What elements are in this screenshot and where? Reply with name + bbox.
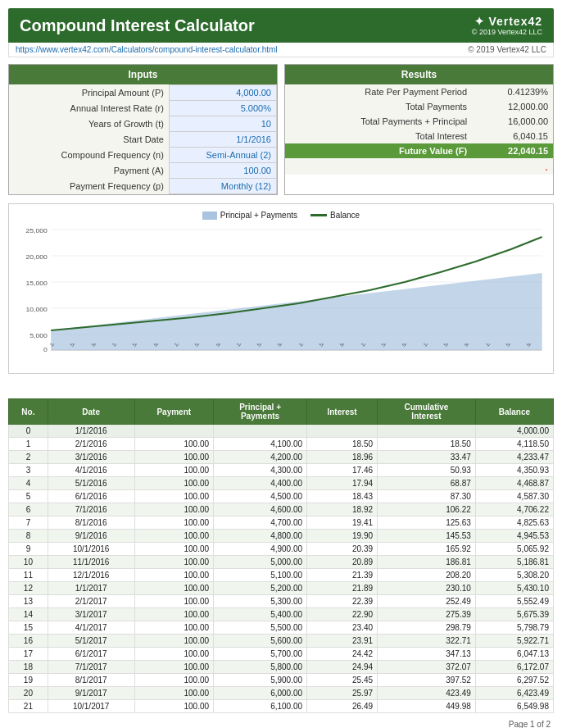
table-cell: 6 (9, 503, 48, 516)
input-value[interactable]: 5.000% (169, 101, 276, 116)
url-text[interactable]: https://www.vertex42.com/Calculators/com… (16, 45, 278, 54)
table-cell: 6,423.49 (475, 687, 553, 700)
table-cell: 1/1/2017 (48, 582, 134, 595)
table-cell: 9 (9, 543, 48, 556)
table-cell: 100.00 (134, 687, 214, 700)
table-cell: 10/1/2016 (48, 543, 134, 556)
table-cell: 208.20 (378, 569, 476, 582)
input-value[interactable]: 10 (169, 116, 276, 132)
results-panel: Results Rate Per Payment Period 0.41239%… (284, 64, 554, 195)
table-cell: 100.00 (134, 674, 214, 687)
table-cell: 4,800.00 (214, 530, 307, 543)
table-cell: 5,552.49 (475, 595, 553, 608)
table-cell: 4,587.30 (475, 490, 553, 503)
table-cell: 275.39 (378, 608, 476, 621)
table-cell: 19.41 (307, 516, 378, 530)
result-row: Total Interest 6,040.15 (285, 129, 553, 143)
table-cell: 6,549.98 (475, 700, 553, 713)
table-cell: 5,430.10 (475, 582, 553, 595)
logo-text: ✦ Vertex42 (472, 15, 542, 28)
result-value: 22,040.15 (472, 143, 553, 158)
table-cell: 100.00 (134, 700, 214, 713)
col-principal-payments: Principal +Payments (214, 399, 307, 425)
table-cell: 14 (9, 608, 48, 621)
table-cell: 100.00 (134, 582, 214, 595)
table-cell: 21 (9, 700, 48, 713)
page-number: Page 1 of 2 (509, 720, 551, 728)
table-cell: 4,300.00 (214, 464, 307, 477)
result-label: Future Value (F) (285, 143, 472, 158)
input-value[interactable]: 1/1/2016 (169, 132, 276, 148)
table-cell: 23.91 (307, 635, 378, 648)
input-label: Payment Frequency (p) (9, 179, 169, 194)
table-cell: 33.47 (378, 451, 476, 464)
table-cell: 100.00 (134, 477, 214, 490)
table-cell: 5,700.00 (214, 648, 307, 661)
table-row: 187/1/2017100.005,800.0024.94372.076,172… (9, 661, 554, 674)
table-cell: 5/1/2016 (48, 477, 134, 490)
table-cell: 4,500.00 (214, 490, 307, 503)
table-row: 132/1/2017100.005,300.0022.39252.495,552… (9, 595, 554, 608)
data-table: No. Date Payment Principal +Payments Int… (8, 398, 554, 713)
table-cell: 24.94 (307, 661, 378, 674)
input-row: Start Date 1/1/2016 (9, 132, 277, 148)
table-cell: 5/1/2017 (48, 635, 134, 648)
input-value[interactable]: 100.00 (169, 163, 276, 179)
table-cell: 4/1/2017 (48, 621, 134, 635)
table-cell: 298.79 (378, 621, 476, 635)
table-cell: 6,047.13 (475, 648, 553, 661)
table-cell: 20.89 (307, 556, 378, 569)
table-row: 121/1/2017100.005,200.0021.89230.105,430… (9, 582, 554, 595)
svg-text:20,000: 20,000 (25, 253, 48, 261)
table-row: 154/1/2017100.005,500.0023.40298.795,798… (9, 621, 554, 635)
results-dot: . (285, 158, 553, 175)
result-value: 6,040.15 (472, 129, 553, 143)
input-value[interactable]: Monthly (12) (169, 179, 276, 194)
table-cell: 6/1/2017 (48, 648, 134, 661)
input-value[interactable]: 4,000.00 (169, 85, 276, 101)
result-label: Rate Per Payment Period (285, 84, 472, 99)
page-title: Compound Interest Calculator (20, 16, 255, 35)
table-cell: 5,500.00 (214, 621, 307, 635)
table-row: 01/1/20164,000.00 (9, 425, 554, 438)
table-cell: 3/1/2016 (48, 451, 134, 464)
table-cell: 100.00 (134, 490, 214, 503)
chart-svg: 25,000 20,000 15,000 10,000 5,000 0 (16, 223, 546, 354)
table-cell: 21.89 (307, 582, 378, 595)
input-label: Principal Amount (P) (9, 85, 169, 101)
table-cell: 5,400.00 (214, 608, 307, 621)
input-value[interactable]: Semi-Annual (2) (169, 148, 276, 163)
table-cell: 100.00 (134, 595, 214, 608)
table-cell: 10 (9, 556, 48, 569)
logo: ✦ Vertex42 © 2019 Vertex42 LLC (472, 15, 542, 36)
table-row: 2110/1/2017100.006,100.0026.49449.986,54… (9, 700, 554, 713)
input-label: Payment (A) (9, 163, 169, 179)
url-bar: https://www.vertex42.com/Calculators/com… (8, 43, 554, 57)
table-cell: 11/1/2016 (48, 556, 134, 569)
table-cell: 6,000.00 (214, 687, 307, 700)
table-cell: 4,600.00 (214, 503, 307, 516)
data-table-section: No. Date Payment Principal +Payments Int… (8, 398, 554, 713)
table-cell: 5,100.00 (214, 569, 307, 582)
table-cell: 0 (9, 425, 48, 438)
table-cell: 4,350.93 (475, 464, 553, 477)
table-row: 23/1/2016100.004,200.0018.9633.474,233.4… (9, 451, 554, 464)
table-cell: 13 (9, 595, 48, 608)
table-cell: 347.13 (378, 648, 476, 661)
table-row: 56/1/2016100.004,500.0018.4387.304,587.3… (9, 490, 554, 503)
table-cell: 4/1/2016 (48, 464, 134, 477)
table-cell: 5,300.00 (214, 595, 307, 608)
results-header: Results (285, 65, 553, 84)
table-cell: 4,468.87 (475, 477, 553, 490)
table-row: 1112/1/2016100.005,100.0021.39208.205,30… (9, 569, 554, 582)
table-cell: 4,233.47 (475, 451, 553, 464)
table-cell: 100.00 (134, 451, 214, 464)
legend-balance-label: Balance (330, 211, 360, 220)
input-row: Payment (A) 100.00 (9, 163, 277, 179)
header: Compound Interest Calculator ✦ Vertex42 … (8, 8, 554, 43)
input-label: Compound Frequency (n) (9, 148, 169, 163)
table-row: 910/1/2016100.004,900.0020.39165.925,065… (9, 543, 554, 556)
input-row: Compound Frequency (n) Semi-Annual (2) (9, 148, 277, 163)
table-cell: 87.30 (378, 490, 476, 503)
table-cell: 100.00 (134, 569, 214, 582)
